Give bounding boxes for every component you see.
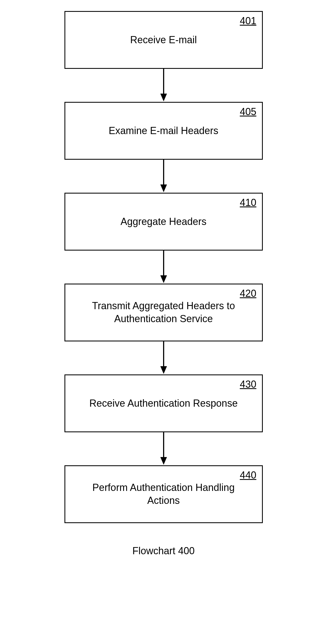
flow-step-440: 440 Perform Authentication Handling Acti… <box>64 465 263 523</box>
arrow-down-icon <box>158 251 169 284</box>
svg-marker-9 <box>160 457 167 465</box>
svg-marker-5 <box>160 275 167 283</box>
arrow-down-icon <box>158 160 169 193</box>
flow-step-430: 430 Receive Authentication Response <box>64 374 263 432</box>
step-number: 405 <box>240 106 256 118</box>
step-number: 401 <box>240 15 256 27</box>
arrow-down-icon <box>158 69 169 102</box>
step-number: 410 <box>240 197 256 208</box>
svg-marker-1 <box>160 94 167 101</box>
arrow-down-icon <box>158 432 169 465</box>
step-label: Receive E-mail <box>130 34 197 47</box>
step-label: Perform Authentication Handling Actions <box>82 481 245 507</box>
step-number: 430 <box>240 379 256 390</box>
flow-step-405: 405 Examine E-mail Headers <box>64 102 263 160</box>
svg-marker-3 <box>160 184 167 192</box>
step-label: Transmit Aggregated Headers to Authentic… <box>82 300 245 325</box>
step-label: Examine E-mail Headers <box>109 124 218 137</box>
flow-step-420: 420 Transmit Aggregated Headers to Authe… <box>64 284 263 341</box>
step-number: 420 <box>240 288 256 299</box>
flowchart-caption: Flowchart 400 <box>132 545 194 557</box>
step-label: Receive Authentication Response <box>89 397 237 410</box>
flow-step-401: 401 Receive E-mail <box>64 11 263 69</box>
arrow-down-icon <box>158 341 169 374</box>
flowchart-container: 401 Receive E-mail 405 Examine E-mail He… <box>40 11 288 557</box>
svg-marker-7 <box>160 366 167 374</box>
step-label: Aggregate Headers <box>120 215 206 228</box>
step-number: 440 <box>240 469 256 481</box>
flow-step-410: 410 Aggregate Headers <box>64 193 263 251</box>
